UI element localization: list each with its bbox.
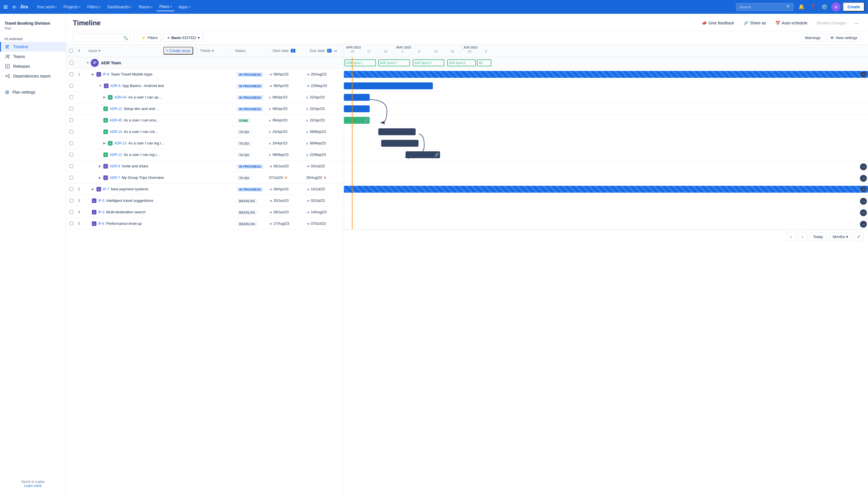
nav-apps[interactable]: Apps ▾ bbox=[176, 3, 193, 11]
start-date-col-header[interactable]: Status bbox=[232, 48, 269, 53]
issue-key[interactable]: ADR-6 bbox=[110, 164, 120, 168]
review-changes-button[interactable]: Review changes bbox=[813, 19, 850, 27]
help-icon[interactable]: ❓ bbox=[808, 2, 818, 12]
issue-col-header[interactable]: Issue ▾ + Create issue bbox=[85, 44, 197, 57]
issue-key[interactable]: ADR-14 bbox=[110, 130, 122, 134]
sidebar-item-teams[interactable]: Teams bbox=[0, 52, 66, 61]
nav-projects[interactable]: Projects ▾ bbox=[61, 3, 83, 11]
settings-icon[interactable]: ⚙️ bbox=[820, 2, 829, 12]
table-row[interactable]: 5 L IP-6 Performance level-up BACKLOG ➜2… bbox=[66, 218, 344, 229]
table-row[interactable]: S ADR-45 As a user I can ena... DONE s09… bbox=[66, 115, 344, 126]
row-checkbox[interactable] bbox=[70, 176, 73, 180]
issue-key[interactable]: ADR-5 bbox=[110, 84, 120, 88]
issue-key[interactable]: IP-3 bbox=[98, 210, 104, 214]
basic-button[interactable]: ≡ Basic EDITED ▾ bbox=[164, 33, 203, 42]
status-col-header[interactable]: Fields ▾ bbox=[197, 48, 232, 53]
row-checkbox[interactable] bbox=[70, 222, 73, 225]
issue-key[interactable]: ADR-12 bbox=[110, 107, 122, 111]
row-checkbox[interactable] bbox=[70, 95, 73, 99]
table-row[interactable]: ▶ S ADR-13 As a user I can log i... TO D… bbox=[66, 138, 344, 149]
start-date: 09/Apr/23 bbox=[272, 118, 287, 122]
table-row[interactable]: ▶ A ADR-7 My Group Trips Overview TO DO … bbox=[66, 172, 344, 183]
row-checkbox[interactable] bbox=[70, 72, 73, 76]
row-checkbox[interactable] bbox=[70, 141, 73, 145]
issue-key[interactable]: IP-8 bbox=[103, 72, 109, 76]
row-checkbox[interactable] bbox=[70, 164, 73, 168]
row-checkbox[interactable] bbox=[70, 107, 73, 111]
status-badge: IN PROGRESS bbox=[237, 84, 263, 88]
table-row[interactable]: S ADR-11 As a user I can log i... TO DO … bbox=[66, 149, 344, 160]
notifications-icon[interactable]: 🔔 bbox=[797, 2, 806, 12]
today-button[interactable]: Today bbox=[809, 232, 827, 241]
expand-icon[interactable]: ▶ bbox=[103, 96, 106, 99]
issue-key[interactable]: ADR-11 bbox=[110, 153, 122, 157]
row-checkbox[interactable] bbox=[70, 84, 73, 88]
row-checkbox[interactable] bbox=[70, 118, 73, 122]
expand-icon[interactable]: ▶ bbox=[92, 73, 94, 76]
gantt-prev-button[interactable]: ‹ bbox=[786, 232, 796, 241]
table-row[interactable]: ▶ S ADR-44 As a user I can up... IN PROG… bbox=[66, 91, 344, 103]
months-button[interactable]: Months ▾ bbox=[829, 232, 852, 241]
issue-key[interactable]: ADR-13 bbox=[114, 141, 127, 145]
due-date-col-header[interactable]: Start date D bbox=[269, 48, 306, 53]
gantt-next-button[interactable]: › bbox=[798, 232, 807, 241]
give-feedback-button[interactable]: 📣 Give feedback bbox=[698, 19, 738, 27]
expand-icon[interactable]: ▶ bbox=[99, 165, 101, 168]
auto-schedule-button[interactable]: 📅 Auto-schedule bbox=[772, 19, 811, 27]
search-icon: 🔍 bbox=[123, 36, 128, 40]
row-checkbox[interactable] bbox=[70, 153, 73, 156]
table-row[interactable]: 4 L IP-3 Multi-destination search BACKLO… bbox=[66, 207, 344, 218]
view-settings-button[interactable]: ⚙ View settings bbox=[827, 33, 861, 42]
row-checkbox[interactable] bbox=[70, 187, 73, 191]
nav-dashboards[interactable]: Dashboards ▾ bbox=[104, 3, 134, 11]
filters-button[interactable]: ⚡ Filters bbox=[138, 33, 161, 42]
nav-teams[interactable]: Teams ▾ bbox=[135, 3, 155, 11]
learn-more-link[interactable]: Learn more bbox=[24, 484, 42, 488]
table-row[interactable]: S ADR-14 As a user I can cre... TO DO s2… bbox=[66, 126, 344, 138]
expand-icon[interactable]: ▶ bbox=[103, 142, 106, 145]
table-row[interactable]: 2 ▶ L IP-7 New payment systems IN PROGRE… bbox=[66, 183, 344, 195]
expand-icon[interactable]: ▶ bbox=[99, 176, 101, 179]
table-row[interactable]: ▶ A ADR-6 Invite and share IN PROGRESS ➜… bbox=[66, 160, 344, 172]
table-row[interactable]: 1 ▶ L IP-8 Team Travel Mobile Apps IN PR… bbox=[66, 69, 344, 80]
create-issue-button[interactable]: + Create issue bbox=[163, 47, 193, 55]
row-checkbox[interactable] bbox=[70, 199, 73, 202]
avatar[interactable]: U bbox=[831, 2, 840, 12]
table-row[interactable]: ▼ A ADR-5 App Basics - Android test IN P… bbox=[66, 80, 344, 91]
issue-key[interactable]: IP-7 bbox=[103, 187, 109, 191]
nav-plans[interactable]: Plans ▾ bbox=[156, 3, 174, 11]
due-col-header[interactable]: Due date D ⇔ bbox=[306, 48, 344, 53]
issue-search-input[interactable] bbox=[73, 33, 130, 42]
row-checkbox[interactable] bbox=[70, 210, 73, 214]
issue-key[interactable]: ADR-7 bbox=[110, 176, 120, 180]
expand-cols-icon[interactable]: ⇔ bbox=[334, 48, 337, 53]
issue-key[interactable]: IP-6 bbox=[98, 222, 104, 226]
sidebar-item-plan-settings[interactable]: ⚙️ Plan settings bbox=[0, 88, 66, 97]
select-all-checkbox[interactable] bbox=[69, 49, 73, 53]
more-options-button[interactable]: ··· bbox=[852, 18, 861, 28]
grid-icon[interactable]: ⊞ bbox=[3, 4, 8, 10]
create-button[interactable]: Create bbox=[843, 2, 865, 12]
issue-key[interactable]: IP-5 bbox=[98, 199, 104, 203]
group-header-row[interactable]: ▼ AT ADR Team bbox=[66, 57, 344, 69]
expand-all-button[interactable]: ⤢ bbox=[854, 232, 864, 241]
expand-icon[interactable]: ▼ bbox=[99, 84, 102, 87]
issue-key[interactable]: ADR-45 bbox=[110, 118, 122, 122]
search-input[interactable] bbox=[736, 3, 793, 11]
issue-key[interactable]: ADR-44 bbox=[114, 95, 127, 99]
expand-icon[interactable]: ▶ bbox=[92, 187, 94, 191]
share-as-button[interactable]: 🔗 Share as bbox=[740, 19, 769, 27]
logo[interactable]: Jira bbox=[10, 3, 28, 11]
table-row[interactable]: S ADR-12 Setup dev and and ... IN PROGRE… bbox=[66, 103, 344, 115]
nav-filters[interactable]: Filters ▾ bbox=[84, 3, 103, 11]
issue-type-icon: S bbox=[103, 106, 108, 111]
warnings-button[interactable]: Warnings bbox=[801, 33, 824, 42]
sidebar-item-dependencies[interactable]: Dependencies report bbox=[0, 71, 66, 81]
group-expand-icon[interactable]: ▼ bbox=[85, 61, 91, 64]
sidebar-item-timeline[interactable]: Timeline bbox=[0, 42, 66, 52]
sidebar-item-releases[interactable]: Releases bbox=[0, 61, 66, 71]
row-checkbox[interactable] bbox=[70, 130, 73, 133]
table-row[interactable]: 3 L IP-5 Intelligent travel suggestions … bbox=[66, 195, 344, 207]
gantt-day: 8 bbox=[411, 49, 428, 53]
nav-your-work[interactable]: Your work ▾ bbox=[33, 3, 59, 11]
